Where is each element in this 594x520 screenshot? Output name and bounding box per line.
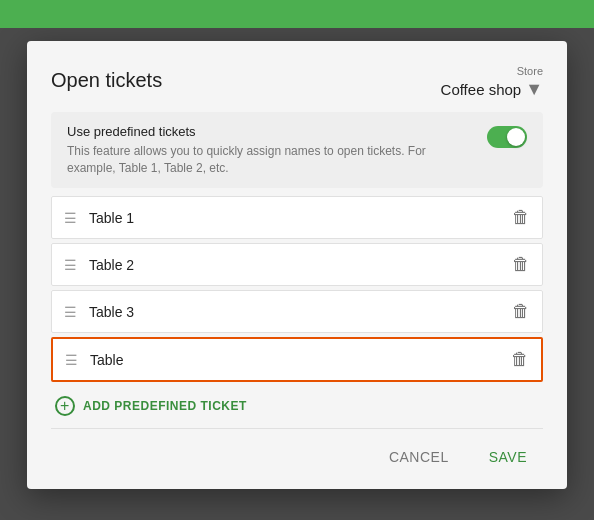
drag-icon: ☰: [65, 353, 78, 367]
table-row: ☰ Table 2 🗑: [51, 243, 543, 286]
ticket-label: Table 1: [89, 210, 500, 226]
store-section: Store Coffee shop ▼: [441, 65, 543, 100]
predefined-desc: This feature allows you to quickly assig…: [67, 143, 471, 177]
store-select-dropdown[interactable]: Coffee shop ▼: [441, 79, 543, 100]
drag-icon: ☰: [64, 258, 77, 272]
delete-icon[interactable]: 🗑: [511, 349, 529, 370]
top-bar: [0, 0, 594, 28]
delete-icon[interactable]: 🗑: [512, 301, 530, 322]
predefined-text-block: Use predefined tickets This feature allo…: [67, 124, 471, 177]
delete-icon[interactable]: 🗑: [512, 254, 530, 275]
open-tickets-dialog: Open tickets Store Coffee shop ▼ Use pre…: [27, 41, 567, 490]
ticket-label: Table 2: [89, 257, 500, 273]
add-circle-icon: +: [55, 396, 75, 416]
chevron-down-icon: ▼: [525, 79, 543, 100]
predefined-title: Use predefined tickets: [67, 124, 471, 139]
table-row: ☰ Table 1 🗑: [51, 196, 543, 239]
dialog-header: Open tickets Store Coffee shop ▼: [27, 41, 567, 112]
cancel-button[interactable]: CANCEL: [373, 441, 465, 473]
drag-icon: ☰: [64, 305, 77, 319]
store-label: Store: [517, 65, 543, 77]
dialog-body: Use predefined tickets This feature allo…: [27, 112, 567, 429]
dialog-footer: CANCEL SAVE: [27, 429, 567, 489]
ticket-list: ☰ Table 1 🗑 ☰ Table 2 🗑 ☰ Table 3 🗑 ☰ 🗑: [51, 196, 543, 420]
store-select-value: Coffee shop: [441, 81, 522, 98]
add-predefined-ticket-button[interactable]: + ADD PREDEFINED TICKET: [51, 386, 543, 420]
dialog-title: Open tickets: [51, 69, 162, 92]
delete-icon[interactable]: 🗑: [512, 207, 530, 228]
ticket-label: Table 3: [89, 304, 500, 320]
ticket-name-input[interactable]: [90, 352, 499, 368]
toggle-knob: [507, 128, 525, 146]
drag-icon: ☰: [64, 211, 77, 225]
active-ticket-row: ☰ 🗑: [51, 337, 543, 382]
predefined-section: Use predefined tickets This feature allo…: [51, 112, 543, 189]
table-row: ☰ Table 3 🗑: [51, 290, 543, 333]
add-button-label: ADD PREDEFINED TICKET: [83, 399, 247, 413]
predefined-toggle[interactable]: [487, 126, 527, 148]
save-button[interactable]: SAVE: [473, 441, 543, 473]
